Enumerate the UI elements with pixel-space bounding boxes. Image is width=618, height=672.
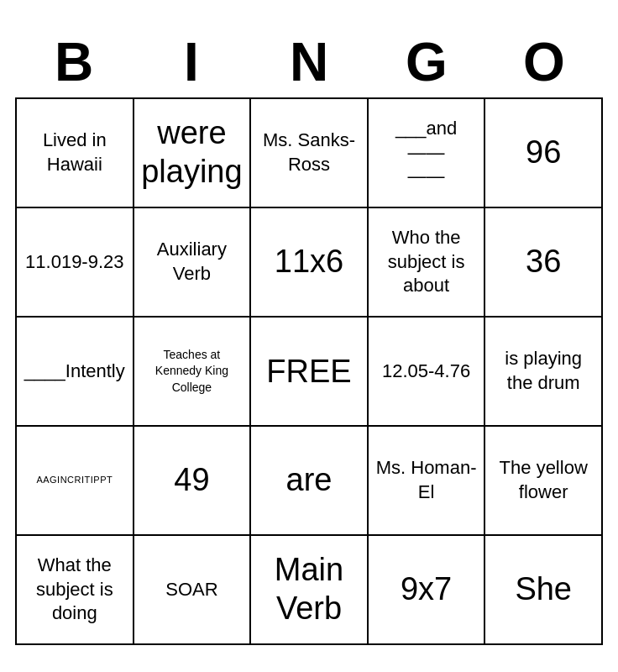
cell-content: were playing	[141, 114, 244, 191]
cell-content: Lived in Hawaii	[24, 129, 126, 176]
bingo-cell-1-0: 11.019-9.23	[17, 208, 134, 318]
bingo-cell-3-1: 49	[134, 427, 252, 536]
bingo-cell-4-3: 9x7	[369, 536, 486, 645]
cell-content: Main Verb	[258, 551, 360, 627]
bingo-card: BINGO Lived in Hawaiiwere playingMs. San…	[7, 18, 611, 654]
cell-content: What the subject is doing	[24, 554, 126, 626]
bingo-cell-2-4: is playing the drum	[485, 318, 603, 427]
cell-content: 96	[526, 134, 561, 172]
bingo-cell-4-4: She	[485, 536, 603, 645]
cell-content: FREE	[266, 354, 351, 390]
cell-content: are	[286, 461, 333, 500]
bingo-header-letter: N	[250, 27, 368, 97]
cell-content: Teaches at Kennedy King College	[141, 347, 244, 396]
cell-content: 12.05-4.76	[382, 360, 470, 384]
cell-content: 9x7	[401, 570, 452, 609]
bingo-cell-4-2: Main Verb	[251, 536, 369, 645]
cell-content: 36	[526, 243, 561, 281]
bingo-cell-3-3: Ms. Homan-El	[369, 427, 486, 536]
cell-content: ___and —— ——	[375, 117, 478, 189]
cell-content: Ms. Sanks-Ross	[258, 129, 360, 176]
cell-content: is playing the drum	[492, 347, 594, 395]
bingo-cell-0-0: Lived in Hawaii	[17, 99, 134, 208]
bingo-cell-0-3: ___and —— ——	[369, 99, 486, 208]
bingo-cell-1-2: 11x6	[251, 208, 369, 318]
cell-content: ____Intently	[24, 360, 125, 384]
bingo-cell-2-0: ____Intently	[17, 318, 134, 427]
bingo-cell-1-4: 36	[485, 208, 603, 318]
cell-content: She	[515, 570, 572, 609]
bingo-cell-3-0: AAGINCRITIPPT	[17, 427, 134, 536]
bingo-header: BINGO	[15, 27, 603, 97]
bingo-cell-2-2: FREE	[251, 318, 369, 427]
bingo-cell-3-2: are	[251, 427, 369, 536]
bingo-header-letter: O	[485, 27, 603, 97]
cell-content: Who the subject is about	[375, 226, 478, 298]
bingo-cell-4-0: What the subject is doing	[17, 536, 134, 645]
bingo-cell-1-1: Auxiliary Verb	[134, 208, 252, 318]
bingo-cell-2-3: 12.05-4.76	[369, 318, 486, 427]
bingo-grid: Lived in Hawaiiwere playingMs. Sanks-Ros…	[15, 97, 603, 645]
bingo-header-letter: I	[133, 27, 250, 97]
cell-content: The yellow flower	[492, 456, 594, 504]
bingo-cell-0-1: were playing	[134, 99, 252, 208]
bingo-cell-1-3: Who the subject is about	[369, 208, 486, 318]
bingo-cell-0-2: Ms. Sanks-Ross	[251, 99, 369, 208]
bingo-header-letter: G	[368, 27, 485, 97]
cell-content: SOAR	[165, 578, 217, 602]
bingo-cell-0-4: 96	[485, 99, 603, 208]
cell-content: 49	[174, 461, 209, 500]
cell-content: 11.019-9.23	[25, 250, 123, 275]
bingo-cell-2-1: Teaches at Kennedy King College	[134, 318, 252, 427]
cell-content: AAGINCRITIPPT	[36, 474, 113, 486]
bingo-cell-3-4: The yellow flower	[485, 427, 603, 536]
bingo-cell-4-1: SOAR	[134, 536, 252, 645]
bingo-header-letter: B	[15, 27, 133, 97]
cell-content: Auxiliary Verb	[141, 238, 244, 286]
cell-content: 11x6	[275, 243, 343, 281]
cell-content: Ms. Homan-El	[375, 456, 478, 504]
